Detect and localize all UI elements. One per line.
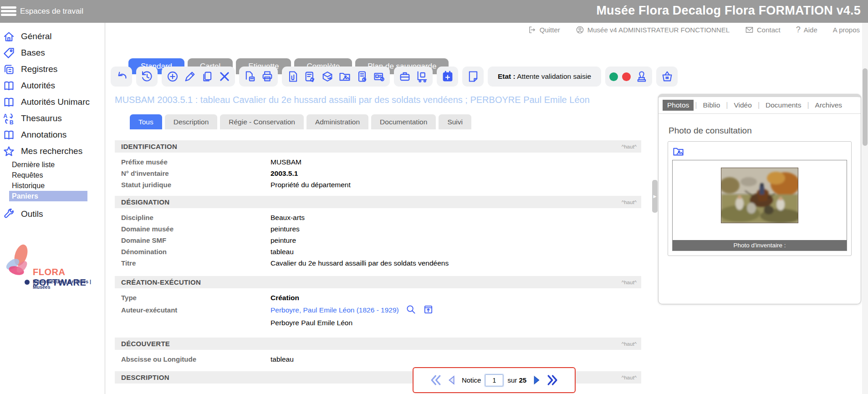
sidebar-item-autorites-unimarc[interactable]: Autorités Unimarc — [0, 94, 105, 110]
sidebar-item-annotations[interactable]: Annotations — [0, 127, 105, 143]
photo-frame: Photo d'inventaire : — [672, 160, 847, 251]
media-tab-documents[interactable]: Documents — [761, 100, 806, 111]
record-toolbar: Etat : Attente validation saisie — [111, 67, 678, 87]
reject-red-dot[interactable] — [622, 72, 631, 81]
media-tab-biblio[interactable]: Biblio — [698, 100, 725, 111]
tab-description[interactable]: Description — [165, 114, 218, 129]
record-title: MUSBAM 2003.5.1 : tableau Cavalier du 2e… — [115, 95, 638, 105]
anchor-haut-link[interactable]: ^haut^ — [622, 280, 637, 285]
tab-documentation[interactable]: Documentation — [371, 114, 436, 129]
section-decouverte: DÉCOUVERTE ^haut^ — [115, 338, 641, 350]
section-identification: IDENTIFICATION ^haut^ — [115, 140, 641, 153]
open-book-icon — [3, 96, 15, 108]
print-button[interactable] — [260, 70, 274, 83]
home-icon — [3, 31, 15, 43]
workspace-label: Espaces de travail — [20, 7, 83, 16]
stamp-button[interactable] — [635, 70, 648, 83]
previous-notice-icon[interactable] — [447, 374, 458, 386]
duplicate-record-button[interactable] — [200, 70, 214, 83]
trolley-button[interactable] — [415, 70, 429, 83]
next-notice-icon[interactable] — [531, 374, 541, 386]
open-book-icon — [3, 80, 15, 92]
search-icon[interactable] — [406, 304, 416, 315]
inventory-calc-button[interactable] — [355, 70, 368, 83]
photo-caption: Photo d'inventaire : — [673, 240, 847, 251]
last-notice-icon[interactable] — [546, 374, 559, 386]
top-bar: Espaces de travail Musée Flora Decalog F… — [0, 0, 868, 23]
folder-image-icon[interactable] — [672, 145, 684, 158]
sidebar-item-outils[interactable]: Outils — [0, 206, 105, 222]
sidebar-sub-paniers[interactable]: Paniers — [9, 191, 87, 201]
current-user[interactable]: Musée v4 ADMINISTRATEUR FONCTIONNEL — [576, 26, 730, 34]
tab-suivi[interactable]: Suivi — [439, 114, 471, 129]
add-record-button[interactable] — [166, 70, 179, 83]
print-preview-button[interactable] — [243, 70, 256, 83]
add-icon — [166, 70, 179, 83]
tab-regie-conservation[interactable]: Régie - Conservation — [220, 114, 304, 129]
consultation-photo-thumbnail[interactable] — [721, 168, 798, 223]
open-window-icon[interactable] — [423, 304, 434, 315]
copy-icon — [201, 70, 214, 83]
cards-button[interactable] — [373, 70, 386, 83]
vertical-scrollbar — [862, 23, 868, 394]
sidebar-item-bases[interactable]: Bases — [0, 45, 105, 61]
sidebar-item-thesaurus[interactable]: AB Thesaurus — [0, 110, 105, 127]
edit-record-button[interactable] — [183, 70, 196, 83]
sidebar-item-general[interactable]: Général — [0, 28, 105, 45]
quit-link[interactable]: Quitter — [528, 26, 560, 34]
user-icon — [576, 26, 584, 34]
export-button[interactable] — [321, 70, 334, 83]
history-button[interactable] — [140, 70, 153, 83]
panel-collapse-handle[interactable]: ▶ — [652, 180, 658, 213]
sidebar-item-autorites[interactable]: Autorités — [0, 77, 105, 94]
scrollbar-thumb[interactable] — [863, 68, 868, 146]
sidebar-sub-derniere-liste[interactable]: Dernière liste — [9, 159, 87, 170]
delete-x-icon — [218, 70, 231, 83]
edit-list-button[interactable] — [303, 70, 317, 83]
toolbox-button[interactable] — [398, 70, 411, 83]
section-creation-execution: CRÉATION-EXÉCUTION ^haut^ — [115, 276, 641, 288]
note-button[interactable] — [466, 70, 480, 83]
sidebar-item-mes-recherches[interactable]: Mes recherches — [0, 143, 105, 159]
sidebar-sub-historique[interactable]: Historique — [9, 180, 87, 191]
stamp-icon — [635, 70, 648, 83]
logo-dot — [25, 280, 30, 285]
field-row: Abscisse ou Longitudetableau — [115, 353, 641, 365]
hamburger-menu-icon[interactable] — [1, 5, 16, 18]
field-row: DisciplineBeaux-arts — [115, 212, 641, 223]
anchor-haut-link[interactable]: ^haut^ — [622, 200, 637, 205]
tab-tous[interactable]: Tous — [130, 114, 162, 129]
anchor-haut-link[interactable]: ^haut^ — [622, 144, 637, 149]
anchor-haut-link[interactable]: ^haut^ — [622, 375, 637, 380]
attachments-button[interactable] — [286, 70, 299, 83]
field-row: Statut juridiquePropriété du département — [115, 179, 641, 190]
logout-icon — [528, 26, 536, 34]
anchor-haut-link[interactable]: ^haut^ — [622, 341, 637, 347]
tab-administration[interactable]: Administration — [306, 114, 368, 129]
media-tab-photos[interactable]: Photos — [663, 100, 694, 111]
author-authority-link[interactable]: Perboyre, Paul Emile Léon (1826 - 1929) — [271, 306, 399, 314]
delete-record-button[interactable] — [218, 70, 231, 83]
notice-number-input[interactable] — [485, 374, 503, 386]
flora-software-logo: FLORA SOFTWARE Bibliothèques | Archives … — [3, 240, 103, 288]
list-edit-icon — [304, 70, 317, 83]
first-notice-icon[interactable] — [429, 374, 443, 386]
folder-image-icon — [338, 70, 351, 83]
undo-button[interactable] — [115, 70, 128, 83]
media-tab-archives[interactable]: Archives — [811, 100, 847, 111]
card-icon — [373, 70, 386, 83]
star-icon — [3, 145, 15, 158]
about-link[interactable]: A propos — [833, 26, 860, 34]
basket-button[interactable] — [660, 70, 674, 83]
media-tab-video[interactable]: Vidéo — [730, 100, 756, 111]
record-state: Etat : Attente validation saisie — [492, 72, 597, 81]
help-link[interactable]: ? Aide — [796, 25, 817, 35]
edit-icon — [184, 70, 196, 83]
image-folder-button[interactable] — [338, 70, 351, 83]
sidebar-item-registres[interactable]: Registres — [0, 61, 105, 77]
sidebar-sub-requetes[interactable]: Requêtes — [9, 170, 87, 180]
contact-link[interactable]: Contact — [745, 26, 781, 34]
logo-flora-text: FLORA — [33, 267, 65, 277]
validate-green-dot[interactable] — [609, 72, 618, 81]
calendar-add-button[interactable] — [441, 70, 454, 83]
